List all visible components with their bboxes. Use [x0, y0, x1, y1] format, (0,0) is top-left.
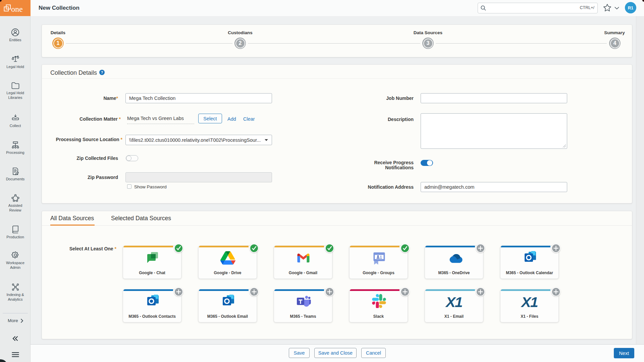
svg-text:one: one [11, 5, 23, 13]
